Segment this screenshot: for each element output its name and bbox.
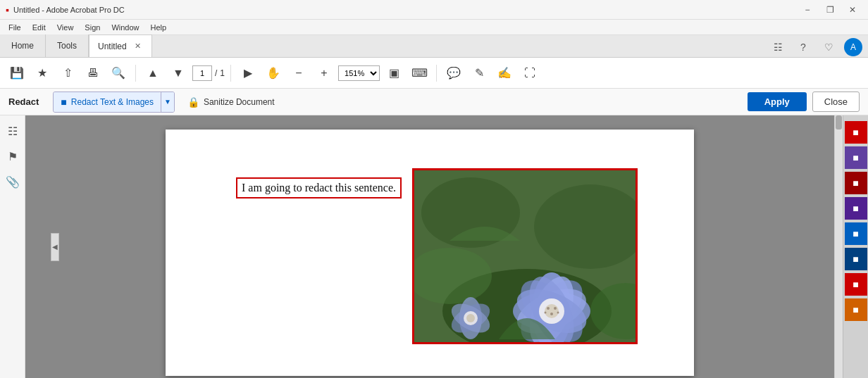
- svg-point-16: [547, 307, 550, 310]
- apply-button[interactable]: Apply: [748, 92, 807, 111]
- share-icon[interactable]: ⇧: [56, 62, 79, 84]
- zoom-select[interactable]: 151%: [338, 65, 380, 81]
- print-icon[interactable]: 🖶: [82, 62, 104, 84]
- page-navigation: / 1: [192, 65, 225, 81]
- right-sidebar-tool-6[interactable]: ■: [845, 248, 867, 270]
- right-sidebar-tool-7[interactable]: ■: [845, 273, 867, 296]
- right-sidebar: ■ ■ ■ ■ ■ ■ ■ ■: [843, 115, 868, 378]
- sanitize-label: Sanitize Document: [204, 97, 275, 107]
- zoom-in-icon[interactable]: +: [313, 62, 335, 84]
- tab-bar: Home Tools Untitled ✕ ☷ ? ♡ A: [0, 35, 868, 58]
- app-title: Untitled - Adobe Acrobat Pro DC: [13, 6, 125, 14]
- page-total: 1: [220, 68, 225, 78]
- left-sidebar: ☷ ⚑ 📎: [0, 115, 25, 378]
- redact-toolbar: Redact ■ Redact Text & Images ▼ 🔒 Saniti…: [0, 89, 868, 115]
- redacted-text-selection[interactable]: I am going to redact this sentence.: [236, 177, 402, 199]
- svg-point-17: [554, 307, 557, 310]
- hand-tool-icon[interactable]: ✋: [262, 62, 285, 84]
- pen-icon[interactable]: ✎: [468, 62, 490, 84]
- cursor-tool-icon[interactable]: ▶: [237, 62, 259, 84]
- toolbar-separator-3: [436, 65, 437, 82]
- tab-home[interactable]: Home: [0, 34, 46, 57]
- sidebar-attachments[interactable]: 📎: [3, 172, 23, 191]
- notification-icon[interactable]: ♡: [819, 37, 838, 57]
- document-page: I am going to redact this sentence.: [166, 130, 694, 376]
- user-avatar[interactable]: A: [844, 38, 862, 56]
- flower-svg: [414, 170, 638, 344]
- tab-close-button[interactable]: ✕: [132, 40, 143, 52]
- window-controls: − ❐ ✕: [798, 0, 862, 20]
- comment-icon[interactable]: 💬: [442, 62, 465, 84]
- help-icon[interactable]: ?: [793, 37, 813, 57]
- right-sidebar-tool-5[interactable]: ■: [845, 222, 867, 245]
- sanitize-button[interactable]: 🔒 Sanitize Document: [180, 92, 282, 112]
- svg-point-25: [466, 314, 475, 322]
- redact-text-images-label: Redact Text & Images: [71, 97, 154, 107]
- page-number-input[interactable]: [192, 65, 212, 81]
- tab-document-label: Untitled: [98, 42, 127, 51]
- menu-file[interactable]: File: [3, 22, 27, 33]
- menu-bar: File Edit View Sign Window Help: [0, 20, 868, 35]
- redacted-text: I am going to redact this sentence.: [242, 182, 396, 194]
- highlight-icon[interactable]: ✍: [493, 62, 516, 84]
- save-icon[interactable]: 💾: [6, 62, 28, 84]
- tab-bar-actions: ☷ ? ♡ A: [768, 37, 868, 57]
- menu-view[interactable]: View: [51, 22, 80, 33]
- menu-edit[interactable]: Edit: [27, 22, 51, 33]
- zoom-out-icon[interactable]: −: [287, 62, 310, 84]
- svg-point-18: [550, 313, 553, 315]
- main-area: ☷ ⚑ 📎 I am going to redact this sentence…: [0, 115, 868, 378]
- stamp-icon[interactable]: ⛶: [519, 62, 541, 84]
- keyboard-icon[interactable]: ⌨: [408, 62, 430, 84]
- title-bar: ▪ Untitled - Adobe Acrobat Pro DC − ❐ ✕: [0, 0, 868, 20]
- tab-document[interactable]: Untitled ✕: [89, 34, 152, 57]
- sidebar-bookmarks[interactable]: ⚑: [3, 146, 23, 166]
- redact-text-images-group: ■ Redact Text & Images ▼: [53, 92, 175, 113]
- svg-point-19: [545, 312, 547, 314]
- scrollbar-thumb[interactable]: [836, 115, 842, 130]
- redacted-image-selection[interactable]: [412, 168, 638, 344]
- right-sidebar-tool-8[interactable]: ■: [845, 298, 867, 321]
- redact-text-images-button[interactable]: ■ Redact Text & Images: [54, 92, 161, 112]
- right-sidebar-tool-1[interactable]: ■: [845, 121, 867, 144]
- prev-page-icon[interactable]: ▲: [142, 62, 164, 84]
- menu-window[interactable]: Window: [106, 22, 144, 33]
- next-page-icon[interactable]: ▼: [167, 62, 190, 84]
- page-separator: /: [215, 68, 217, 78]
- right-sidebar-tool-2[interactable]: ■: [845, 146, 867, 169]
- sidebar-collapse-handle[interactable]: ◀: [51, 233, 59, 261]
- close-window-button[interactable]: ✕: [843, 0, 862, 20]
- app-icon: ▪: [6, 4, 9, 15]
- sanitize-icon: 🔒: [187, 96, 199, 108]
- redact-icon: ■: [61, 96, 66, 108]
- svg-point-15: [545, 304, 559, 318]
- minimize-button[interactable]: −: [798, 0, 817, 20]
- right-sidebar-tool-4[interactable]: ■: [845, 197, 867, 220]
- sidebar-page-thumbnails[interactable]: ☷: [3, 121, 23, 141]
- close-redact-button[interactable]: Close: [812, 92, 860, 112]
- title-bar-text: ▪ Untitled - Adobe Acrobat Pro DC: [6, 4, 125, 15]
- toolbar-separator-2: [230, 65, 231, 82]
- redact-dropdown-arrow[interactable]: ▼: [161, 92, 174, 112]
- right-sidebar-tool-3[interactable]: ■: [845, 172, 867, 194]
- toolbar-separator-1: [135, 65, 136, 82]
- main-toolbar: 💾 ★ ⇧ 🖶 🔍 ▲ ▼ / 1 ▶ ✋ − + 151% ▣ ⌨ 💬 ✎ ✍…: [0, 58, 868, 89]
- menu-help[interactable]: Help: [145, 22, 173, 33]
- svg-point-20: [557, 312, 559, 314]
- bookmark-icon[interactable]: ★: [31, 62, 54, 84]
- tab-tools[interactable]: Tools: [46, 34, 89, 57]
- fit-page-icon[interactable]: ▣: [383, 62, 405, 84]
- chat-icon[interactable]: ☷: [768, 37, 788, 57]
- document-viewport[interactable]: I am going to redact this sentence.: [25, 115, 834, 378]
- search-icon[interactable]: 🔍: [107, 62, 130, 84]
- menu-sign[interactable]: Sign: [79, 22, 106, 33]
- vertical-scrollbar[interactable]: [834, 115, 843, 378]
- restore-button[interactable]: ❐: [820, 0, 840, 20]
- redact-label: Redact: [8, 96, 39, 107]
